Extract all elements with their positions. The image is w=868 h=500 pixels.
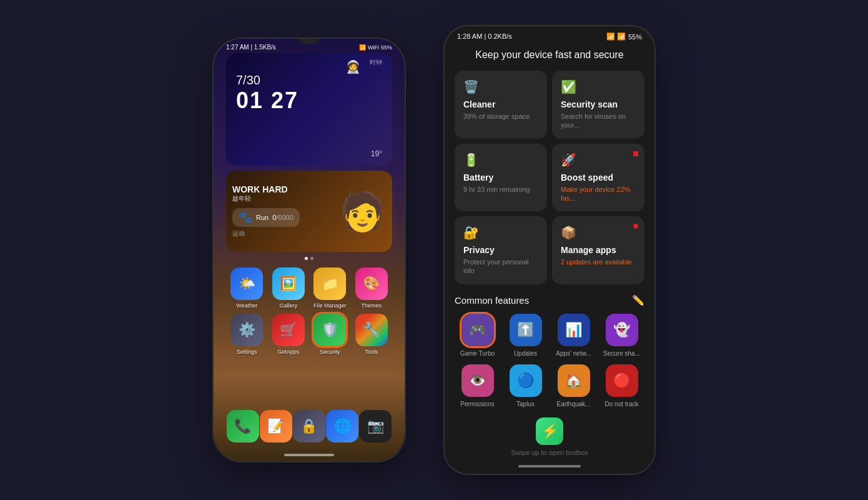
security-scan-title: Security scan — [561, 99, 636, 109]
manage-apps-icon: 📦 — [561, 225, 636, 240]
dock-lock[interactable]: 🔒 — [293, 410, 325, 442]
manage-apps-title: Manage apps — [561, 245, 636, 255]
app-themes[interactable]: 🎨 Themes — [353, 268, 390, 309]
clock-date: 7/30 — [236, 73, 382, 88]
cleaner-sub: 39% of storage space — [463, 112, 538, 121]
dot-2 — [310, 257, 313, 260]
boost-speed-title: Boost speed — [561, 172, 636, 182]
features-grid: 🎮 Game Turbo ⬆️ Updates 📊 Apps' netw... … — [455, 314, 644, 408]
common-features-section: Common features ✏️ 🎮 Game Turbo ⬆️ Updat… — [445, 289, 654, 408]
settings-label: Settings — [237, 349, 257, 355]
boost-speed-sub: Make your device 22% fas... — [561, 185, 636, 203]
do-not-track-icon[interactable]: 🔴 — [606, 364, 638, 397]
left-status-icons: 📶 WiFi 55% — [359, 44, 392, 51]
battery-icon: 🔋 — [463, 152, 538, 168]
clock-time: 01 27 — [236, 88, 382, 114]
earthquake-label: Earthquak... — [557, 401, 591, 408]
dock-chrome[interactable]: 🌐 — [326, 410, 358, 442]
feature-earthquake[interactable]: 🏠 Earthquak... — [551, 364, 596, 408]
secure-share-icon[interactable]: 👻 — [606, 314, 638, 346]
home-content: 🧑‍🚀 时钟 7/30 01 27 19° WORK HARD 趁年轻 🐾 Ru… — [214, 53, 405, 457]
right-status-time: 1:28 AM | 0.2KB/s — [457, 32, 512, 41]
home-indicator[interactable] — [284, 454, 334, 456]
common-features-header: Common features ✏️ — [455, 294, 644, 306]
clock-widget[interactable]: 🧑‍🚀 时钟 7/30 01 27 19° — [226, 53, 392, 166]
security-scan-card[interactable]: ✅ Security scan Search for viruses on yo… — [552, 71, 644, 139]
gallery-icon[interactable]: 🖼️ — [272, 268, 305, 300]
run-section: 运动 — [232, 229, 333, 238]
feature-permissions[interactable]: 👁️ Permissions — [455, 364, 500, 408]
filemanager-icon[interactable]: 📁 — [313, 268, 346, 300]
dock-camera[interactable]: 📷 — [359, 410, 392, 442]
privacy-icon: 🔐 — [463, 225, 538, 240]
app-getapps[interactable]: 🛒 GetApps — [270, 314, 307, 355]
feature-cards: 🗑️ Cleaner 39% of storage space ✅ Securi… — [445, 71, 654, 284]
battery-sub: 9 hr 33 min remaining — [463, 185, 538, 194]
tools-icon[interactable]: 🔧 — [355, 314, 388, 346]
right-phone-screen: 1:28 AM | 0.2KB/s 📶 📶 55% Keep your devi… — [445, 26, 654, 474]
left-phone: 1:27 AM | 1.5KB/s 📶 WiFi 55% 🧑‍🚀 时钟 7/30… — [212, 38, 406, 462]
security-scan-icon: ✅ — [561, 79, 636, 94]
cleaner-card[interactable]: 🗑️ Cleaner 39% of storage space — [455, 71, 547, 139]
edit-icon[interactable]: ✏️ — [632, 294, 644, 306]
app-weather[interactable]: 🌤️ Weather — [229, 268, 265, 309]
privacy-title: Privacy — [463, 245, 538, 255]
apps-network-icon[interactable]: 📊 — [558, 314, 590, 346]
character-emoji: 🧑 — [339, 189, 386, 234]
getapps-label: GetApps — [277, 349, 299, 355]
taplus-icon[interactable]: 🔵 — [510, 364, 542, 397]
themes-label: Themes — [361, 302, 382, 309]
settings-icon[interactable]: ⚙️ — [230, 314, 263, 346]
earthquake-icon[interactable]: 🏠 — [558, 364, 590, 397]
privacy-card[interactable]: 🔐 Privacy Protect your personal info — [455, 216, 547, 284]
astronaut-icon: 🧑‍🚀 — [345, 59, 361, 74]
dock-notes[interactable]: 📝 — [260, 410, 292, 442]
battery-card[interactable]: 🔋 Battery 9 hr 33 min remaining — [455, 144, 547, 212]
run-count: 0/6000 — [272, 214, 293, 221]
feature-taplus[interactable]: 🔵 Taplus — [503, 364, 548, 408]
filemanager-label: File Manager — [313, 302, 347, 309]
updates-icon[interactable]: ⬆️ — [510, 314, 542, 346]
app-security[interactable]: 🛡️ Security — [312, 314, 348, 355]
app-filemanager[interactable]: 📁 File Manager — [312, 268, 348, 309]
feature-secure-share[interactable]: 👻 Secure sha... — [599, 314, 644, 357]
app-settings[interactable]: ⚙️ Settings — [229, 314, 265, 355]
character-widget[interactable]: WORK HARD 趁年轻 🐾 Run 0/6000 运动 🧑 — [226, 171, 392, 252]
getapps-icon[interactable]: 🛒 — [272, 314, 305, 346]
feature-do-not-track[interactable]: 🔴 Do not track — [599, 364, 644, 408]
feature-updates[interactable]: ⬆️ Updates — [503, 314, 548, 357]
cleaner-icon: 🗑️ — [463, 79, 538, 94]
app-gallery[interactable]: 🖼️ Gallery — [270, 268, 307, 309]
feature-apps-network[interactable]: 📊 Apps' netw... — [551, 314, 596, 357]
manage-apps-card[interactable]: 📦 Manage apps 2 updates are available — [552, 216, 644, 284]
toolbox-icon[interactable]: ⚡ — [536, 418, 563, 445]
feature-game-turbo[interactable]: 🎮 Game Turbo — [455, 314, 500, 357]
right-phone: 1:28 AM | 0.2KB/s 📶 📶 55% Keep your devi… — [443, 25, 656, 475]
right-home-indicator[interactable] — [518, 465, 581, 468]
boost-speed-icon: 🚀 — [561, 152, 636, 168]
themes-icon[interactable]: 🎨 — [355, 268, 388, 300]
security-label: Security — [320, 349, 340, 355]
secure-share-label: Secure sha... — [603, 350, 640, 357]
left-phone-screen: 1:27 AM | 1.5KB/s 📶 WiFi 55% 🧑‍🚀 时钟 7/30… — [214, 39, 405, 461]
weather-icon[interactable]: 🌤️ — [230, 268, 263, 300]
clock-temp: 19° — [371, 149, 382, 158]
cleaner-title: Cleaner — [463, 99, 538, 109]
right-status-bar: 1:28 AM | 0.2KB/s 📶 📶 55% — [445, 26, 654, 44]
clock-label: 时钟 — [370, 58, 382, 67]
boost-speed-card[interactable]: 🚀 Boost speed Make your device 22% fas..… — [552, 144, 644, 212]
game-turbo-icon[interactable]: 🎮 — [461, 314, 494, 346]
permissions-icon[interactable]: 👁️ — [461, 364, 494, 397]
right-status-icons: 📶 📶 55% — [606, 32, 642, 41]
dot-1 — [305, 257, 308, 260]
do-not-track-label: Do not track — [605, 401, 639, 408]
tools-label: Tools — [365, 349, 378, 355]
security-icon[interactable]: 🛡️ — [313, 314, 346, 346]
dock-phone[interactable]: 📞 — [227, 410, 259, 442]
app-tools[interactable]: 🔧 Tools — [353, 314, 390, 355]
updates-label: Updates — [514, 350, 537, 357]
char-info: WORK HARD 趁年轻 🐾 Run 0/6000 运动 — [232, 184, 333, 238]
battery-title: Battery — [463, 172, 538, 182]
common-features-title: Common features — [455, 295, 529, 306]
toolbox-section[interactable]: ⚡ Swipe up to open toolbox — [445, 418, 654, 462]
